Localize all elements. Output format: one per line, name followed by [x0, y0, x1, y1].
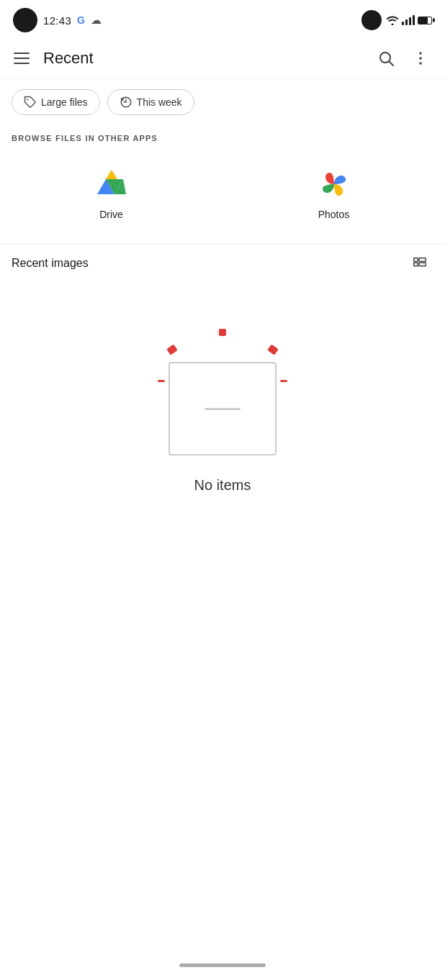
- photos-icon: [317, 167, 351, 201]
- more-vertical-icon: [412, 50, 429, 67]
- large-files-chip-label: Large files: [41, 96, 88, 108]
- search-button[interactable]: [370, 42, 402, 74]
- svg-point-5: [27, 99, 28, 100]
- drive-label: Drive: [99, 209, 123, 220]
- this-week-chip[interactable]: This week: [107, 89, 194, 115]
- camera-cutout: [361, 10, 382, 30]
- cloud-icon: ☁: [91, 14, 102, 27]
- svg-rect-11: [419, 263, 426, 266]
- status-right: [361, 10, 432, 30]
- toolbar: Recent: [0, 37, 445, 79]
- status-icons: [386, 15, 432, 25]
- this-week-chip-label: This week: [137, 96, 182, 108]
- drive-icon-container: [93, 165, 130, 203]
- empty-box: [168, 362, 277, 455]
- no-items-message: No items: [194, 477, 251, 494]
- history-icon: [120, 96, 132, 109]
- large-files-chip[interactable]: Large files: [12, 89, 100, 115]
- empty-state: No items: [0, 283, 445, 522]
- google-g-icon: G: [77, 14, 85, 26]
- status-bar: 12:43 G ☁: [0, 0, 445, 37]
- recent-images-label: Recent images: [12, 257, 89, 270]
- toolbar-actions: [370, 42, 436, 74]
- browse-header-label: BROWSE FILES IN OTHER APPS: [12, 134, 158, 142]
- hamburger-icon: [14, 53, 30, 64]
- battery-icon: [418, 17, 432, 24]
- list-view-button[interactable]: [406, 250, 433, 277]
- bottom-nav-indicator: [179, 963, 266, 967]
- filter-row: Large files This week: [0, 79, 445, 125]
- wifi-icon: [386, 15, 399, 25]
- sparkle-top-left: [166, 344, 178, 355]
- browse-section-header: BROWSE FILES IN OTHER APPS: [0, 125, 445, 154]
- recent-images-row: Recent images: [0, 243, 445, 283]
- more-options-button[interactable]: [405, 42, 436, 74]
- search-icon: [377, 50, 395, 67]
- empty-illustration: [158, 326, 287, 455]
- empty-box-line: [204, 408, 241, 410]
- app-grid: Drive Photos: [0, 154, 445, 243]
- photos-icon-container: [315, 165, 353, 203]
- svg-rect-8: [414, 258, 418, 262]
- svg-point-3: [419, 57, 422, 60]
- svg-rect-9: [419, 258, 426, 262]
- signal-bars-icon: [402, 15, 415, 25]
- page-title: Recent: [43, 49, 370, 68]
- svg-point-2: [419, 52, 422, 55]
- menu-button[interactable]: [6, 42, 37, 74]
- sparkle-top-right: [267, 344, 279, 355]
- sparkle-top: [219, 329, 226, 336]
- svg-rect-10: [414, 263, 418, 266]
- drive-icon: [94, 167, 129, 201]
- status-left: 12:43 G ☁: [13, 8, 102, 32]
- label-icon: [24, 96, 37, 109]
- svg-point-4: [419, 62, 422, 65]
- drive-app-item[interactable]: Drive: [0, 160, 223, 226]
- sparkle-mid-left: [158, 380, 165, 382]
- avatar: [13, 8, 37, 32]
- list-view-icon: [412, 255, 428, 271]
- svg-line-1: [390, 61, 394, 65]
- sparkle-mid-right: [280, 380, 287, 382]
- photos-app-item[interactable]: Photos: [223, 160, 445, 226]
- status-time: 12:43: [43, 14, 71, 27]
- photos-label: Photos: [318, 209, 350, 220]
